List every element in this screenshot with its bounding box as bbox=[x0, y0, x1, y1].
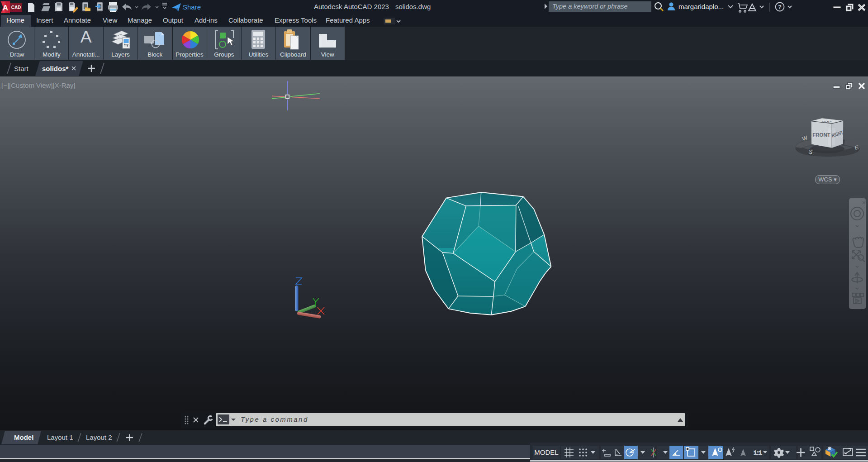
svg-text:Layout 1: Layout 1 bbox=[47, 433, 73, 441]
svg-text:A: A bbox=[3, 4, 8, 12]
svg-text:Share: Share bbox=[183, 3, 201, 11]
svg-text:CAD: CAD bbox=[11, 5, 21, 10]
svg-text:Start: Start bbox=[14, 65, 29, 72]
svg-text:?: ? bbox=[778, 4, 782, 10]
svg-text:FRONT: FRONT bbox=[812, 132, 830, 138]
svg-text:1:1: 1:1 bbox=[754, 449, 762, 456]
svg-text:solidos*: solidos* bbox=[42, 65, 69, 72]
svg-text:Layout 2: Layout 2 bbox=[86, 433, 112, 441]
svg-text:TOP: TOP bbox=[821, 120, 832, 123]
svg-text:Model: Model bbox=[14, 433, 33, 441]
